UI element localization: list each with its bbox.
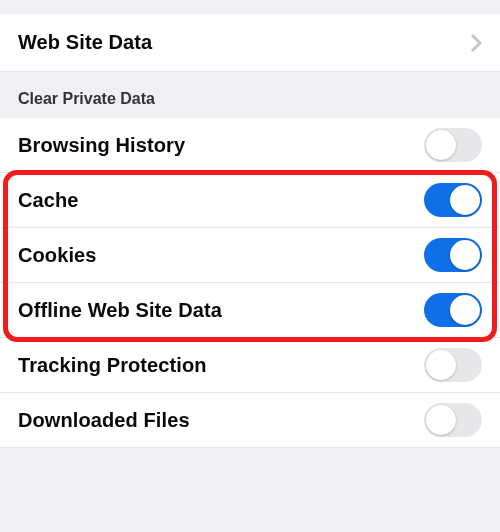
cache-label: Cache (18, 189, 79, 212)
offline-web-site-data-label: Offline Web Site Data (18, 299, 222, 322)
cookies-row[interactable]: Cookies (0, 228, 500, 283)
downloaded-files-toggle[interactable] (424, 403, 482, 437)
browsing-history-toggle[interactable] (424, 128, 482, 162)
cache-toggle[interactable] (424, 183, 482, 217)
tracking-protection-row[interactable]: Tracking Protection (0, 338, 500, 393)
offline-web-site-data-row[interactable]: Offline Web Site Data (0, 283, 500, 338)
chevron-right-icon (470, 33, 482, 53)
cookies-toggle[interactable] (424, 238, 482, 272)
tracking-protection-toggle[interactable] (424, 348, 482, 382)
browsing-history-label: Browsing History (18, 134, 185, 157)
cookies-label: Cookies (18, 244, 97, 267)
web-site-data-label: Web Site Data (18, 31, 152, 54)
clear-private-data-header: Clear Private Data (0, 90, 173, 118)
clear-private-data-group: Browsing History Cache Cookies Offline W… (0, 118, 500, 448)
offline-web-site-data-toggle[interactable] (424, 293, 482, 327)
downloaded-files-label: Downloaded Files (18, 409, 190, 432)
downloaded-files-row[interactable]: Downloaded Files (0, 393, 500, 448)
cache-row[interactable]: Cache (0, 173, 500, 228)
browsing-history-row[interactable]: Browsing History (0, 118, 500, 173)
web-site-data-row[interactable]: Web Site Data (0, 14, 500, 72)
tracking-protection-label: Tracking Protection (18, 354, 207, 377)
